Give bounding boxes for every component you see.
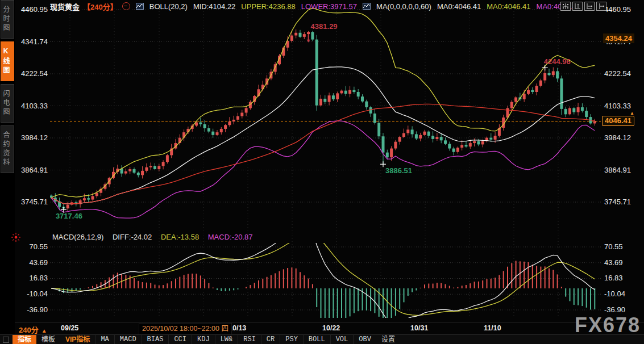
alert-burst-icon[interactable] — [11, 232, 21, 242]
macd-dea-value: DEA:-13.58 — [161, 233, 199, 241]
candle-body — [552, 72, 555, 75]
candle-body — [67, 205, 69, 209]
candle-body — [361, 97, 364, 102]
ma-name: MA(0,0,0,0,0,60) — [376, 2, 431, 11]
candle-body — [315, 40, 318, 106]
candle-body — [444, 140, 447, 144]
macd-layer — [51, 229, 595, 330]
macd-macd-value: MACD:-20.87 — [208, 233, 253, 241]
sell-arrow-icon — [307, 40, 310, 43]
candle-body — [319, 99, 322, 106]
price-annotation: 4244.96 — [544, 57, 571, 66]
indicator-tab-vip指标[interactable]: VIP指标 — [60, 335, 95, 344]
candles-layer — [50, 30, 596, 212]
candle-body — [137, 173, 140, 175]
candle-body — [543, 73, 546, 81]
chart-type-sidebar: 分时图K线图闪电图合约资料 — [0, 0, 15, 344]
pan-right-tool-icon[interactable] — [596, 2, 606, 11]
candle-body — [157, 166, 160, 169]
candle-body — [199, 123, 202, 124]
candle-body — [232, 120, 235, 121]
boll-chart-icon — [136, 3, 144, 10]
sidebar-tab-item[interactable]: 合约资料 — [1, 125, 14, 173]
ma-value-2: MA0:4046.41 — [487, 2, 530, 11]
macd-params: MACD(26,12,9) — [52, 233, 103, 241]
candle-body — [427, 132, 430, 136]
scale-y-tool-icon[interactable] — [572, 2, 583, 11]
indicator-tab-rsi[interactable]: RSI — [238, 335, 261, 344]
candle-body — [149, 166, 152, 167]
candle-body — [340, 91, 343, 94]
candle-body — [236, 116, 239, 120]
indicator-tab-模板[interactable]: 模板 — [36, 335, 60, 344]
indicator-tab-psy[interactable]: PSY — [280, 335, 303, 344]
candle-body — [585, 111, 588, 117]
candle-body — [303, 34, 306, 37]
ma60-line — [51, 104, 595, 204]
price-annotation: 4381.29 — [311, 22, 338, 31]
candle-body — [535, 86, 538, 92]
indicator-tab-设置[interactable]: 设置 — [376, 335, 400, 344]
remove-indicator-icon[interactable] — [122, 2, 130, 10]
candle-body — [92, 196, 94, 199]
period-selector-label: 240分 — [19, 326, 39, 334]
indicator-tab-cr[interactable]: CR — [261, 335, 280, 344]
indicator-tab-ma[interactable]: MA — [95, 335, 114, 344]
boll-lower-line — [51, 121, 595, 218]
grid-layer — [50, 6, 601, 318]
candle-body — [240, 113, 243, 116]
indicator-tab-指标[interactable]: 指标 — [13, 335, 36, 344]
candle-body — [332, 95, 335, 99]
candle-body — [357, 92, 360, 97]
candlestick-chart[interactable] — [0, 0, 644, 344]
candle-body — [514, 97, 517, 102]
time-tick-label: 10/31 — [410, 324, 428, 332]
candle-body — [224, 125, 227, 129]
candle-body — [452, 149, 455, 152]
boll-mid-line — [51, 67, 595, 204]
sidebar-tab-item[interactable]: 闪电图 — [1, 84, 14, 123]
period-label: 【240分】 — [83, 1, 118, 12]
macd-readout: MACD(26,12,9) DIFF:-24.02 DEA:-13.58 MAC… — [52, 233, 253, 241]
candle-body — [581, 107, 584, 111]
candle-body — [548, 73, 551, 75]
macd-diff-value: DIFF:-24.02 — [113, 233, 152, 241]
candle-body — [523, 94, 526, 99]
indicator-tab-vol[interactable]: VOL — [330, 335, 354, 344]
candle-body — [323, 99, 326, 102]
boll-lower-value: LOWER:3971.57 — [301, 2, 357, 11]
sidebar-tab-active[interactable]: K线图 — [1, 41, 14, 81]
candle-body — [124, 171, 127, 174]
candle-body — [386, 153, 389, 158]
candle-body — [469, 143, 472, 146]
candle-body — [415, 134, 418, 139]
candle-body — [423, 132, 426, 135]
dea-line — [51, 233, 595, 315]
scale-x-tool-icon[interactable] — [584, 2, 595, 11]
candle-body — [527, 90, 530, 94]
candle-body — [166, 155, 169, 162]
indicator-readout-bar: 现货黄金 【240分】 BOLL(20,2) MID:4104.22 UPPER… — [17, 0, 642, 12]
crosshair-tool-icon[interactable] — [560, 2, 571, 11]
indicator-tab-cci[interactable]: CCI — [168, 335, 192, 344]
candle-body — [216, 132, 219, 135]
candle-body — [465, 145, 468, 146]
period-selector[interactable]: 240分▲ — [19, 324, 47, 335]
indicator-tab-macd[interactable]: MACD — [114, 335, 142, 344]
sidebar-tab-item[interactable]: 分时图 — [1, 0, 14, 39]
candle-body — [128, 169, 131, 171]
candle-body — [556, 72, 559, 79]
candle-body — [299, 33, 302, 37]
indicator-tab-boll[interactable]: BOLL — [303, 335, 330, 344]
candle-body — [448, 144, 451, 148]
candle-body — [311, 32, 314, 39]
indicator-tab-kdj[interactable]: KDJ — [192, 335, 215, 344]
candle-body — [382, 136, 385, 152]
candle-body — [560, 78, 563, 109]
price-annotation: 3717.46 — [56, 212, 82, 220]
indicator-tab-obv[interactable]: OBV — [353, 335, 376, 344]
panel-toggle-icon[interactable] — [3, 337, 9, 343]
candle-body — [494, 136, 497, 140]
indicator-tab-lw&[interactable]: LW& — [215, 335, 238, 344]
indicator-tab-bias[interactable]: BIAS — [142, 335, 169, 344]
